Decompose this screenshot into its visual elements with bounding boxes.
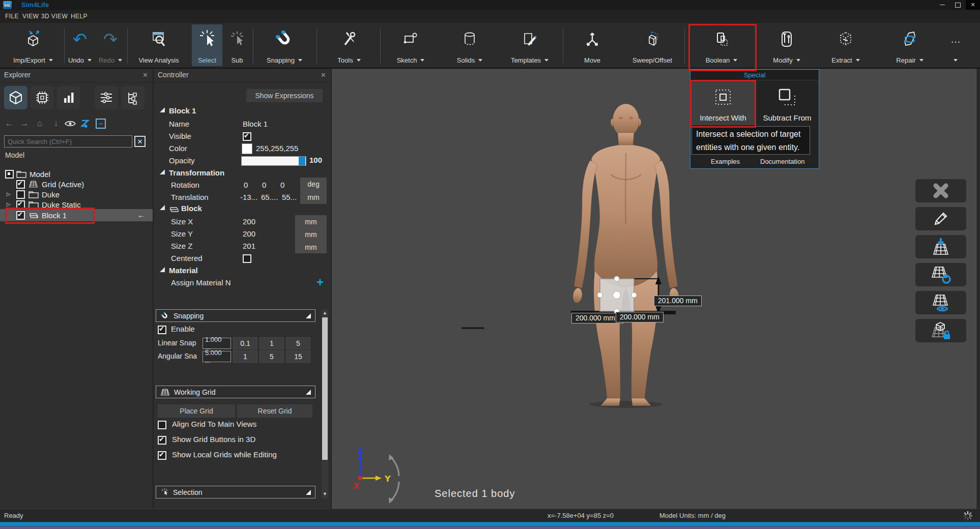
tree-row-grid[interactable]: Grid (Active) (0, 179, 153, 189)
collapse-triangle-icon[interactable] (306, 490, 311, 495)
size-y-value[interactable]: 200 (243, 229, 255, 238)
angular-snap-input[interactable]: 5.000 ... (203, 351, 231, 362)
working-grid-section-header[interactable]: Working Grid (156, 386, 315, 398)
chevron-down-icon[interactable] (88, 59, 92, 62)
show-expressions-button[interactable]: Show Expressions (246, 89, 323, 102)
toolbar-extract[interactable]: Extract (819, 24, 872, 66)
show-local-grids-checkbox[interactable] (158, 451, 166, 460)
toolbar-tools[interactable]: Tools (321, 24, 378, 66)
collapse-triangle-icon[interactable] (160, 107, 165, 112)
place-grid-button[interactable]: Place Grid (158, 404, 235, 418)
rotation-y[interactable]: 0 (262, 181, 266, 189)
name-value[interactable]: Block 1 (243, 120, 268, 128)
linear-snap-input[interactable]: 1.000 ... (203, 338, 231, 349)
collapse-triangle-icon[interactable] (160, 205, 165, 210)
translation-x[interactable]: -13... (240, 193, 257, 201)
explorer-close-icon[interactable]: ✕ (142, 71, 148, 79)
visible-checkbox[interactable] (243, 132, 251, 141)
translation-z[interactable]: 55... (282, 193, 297, 201)
cancel-grid-button[interactable] (915, 179, 966, 202)
tristate-checkbox[interactable] (5, 170, 14, 179)
toolbar-repair[interactable]: Repair (881, 24, 938, 66)
checked-checkbox[interactable] (16, 200, 25, 209)
viewport-3d[interactable]: Z Y X 201.000 mm 200.000 mm 200.000 mm S… (332, 69, 976, 509)
menu-3d-view[interactable]: 3D VIEW (41, 13, 68, 20)
collapse-triangle-icon[interactable] (160, 267, 165, 272)
chevron-down-icon[interactable] (478, 59, 482, 62)
collapse-triangle-icon[interactable] (160, 169, 165, 174)
zoom-to-selection-icon[interactable] (79, 117, 92, 130)
collapse-all-icon[interactable]: – (95, 117, 107, 130)
opacity-slider[interactable] (241, 156, 306, 166)
scrollbar-thumb[interactable] (322, 317, 328, 460)
visibility-eye-icon[interactable] (64, 117, 76, 130)
chevron-down-icon[interactable] (856, 59, 860, 62)
documentation-link[interactable]: Documentation (760, 158, 804, 165)
linear-preset-0.1[interactable]: 0.1 (233, 337, 257, 349)
reset-grid-3d-button[interactable] (915, 263, 966, 286)
menu-file[interactable]: FILE (5, 13, 19, 20)
collapse-triangle-icon[interactable] (306, 390, 311, 395)
edit-grid-button[interactable] (915, 207, 966, 230)
controller-close-icon[interactable]: ✕ (321, 71, 326, 79)
forward-icon[interactable]: → (18, 117, 31, 130)
chevron-down-icon[interactable] (357, 59, 361, 62)
place-grid-3d-button[interactable] (915, 235, 966, 258)
close-button[interactable]: ✕ (966, 0, 980, 10)
toolbar-templates[interactable]: Templates (500, 24, 560, 66)
opacity-slider-handle[interactable] (299, 157, 305, 165)
size-x-value[interactable]: 200 (243, 217, 255, 226)
toolbar-boolean[interactable]: Boolean (690, 24, 753, 66)
rotation-z[interactable]: 0 (280, 181, 284, 189)
tree-row-duke-static[interactable]: ▷ Duke Static (0, 199, 153, 210)
tree-row-duke[interactable]: ▷ Duke (0, 189, 153, 199)
home-icon[interactable]: ⌂ (34, 117, 46, 130)
model-view-button[interactable] (4, 86, 27, 109)
grid-visibility-button[interactable] (915, 291, 966, 314)
scroll-down-icon[interactable]: ▼ (323, 491, 327, 496)
selection-section-header[interactable]: Selection (156, 486, 315, 498)
hierarchy-view-button[interactable] (121, 86, 145, 109)
angular-preset-15[interactable]: 15 (286, 350, 310, 363)
chevron-down-icon[interactable] (733, 59, 737, 62)
toolbar-imp-export[interactable]: Imp/Export (4, 24, 62, 66)
chevron-down-icon[interactable] (49, 59, 53, 62)
snapping-enable-checkbox[interactable] (158, 326, 166, 334)
snapping-section-header[interactable]: Snapping (156, 309, 315, 322)
centered-checkbox[interactable] (243, 254, 251, 263)
toolbar-undo[interactable]: ↶ Undo (65, 24, 95, 66)
examples-link[interactable]: Examples (711, 158, 740, 165)
chevron-down-icon[interactable] (118, 59, 122, 62)
angular-preset-1[interactable]: 1 (233, 350, 257, 363)
toolbar-sweep-offset[interactable]: Sweep/Offset (622, 24, 683, 66)
linear-preset-5[interactable]: 5 (286, 337, 310, 349)
toolbar-sub[interactable]: Sub (224, 24, 250, 66)
chevron-down-icon[interactable] (954, 59, 958, 62)
add-material-icon[interactable]: + (316, 275, 324, 289)
translation-y[interactable]: 65.... (261, 193, 278, 201)
toolbar-snapping[interactable]: Snapping (255, 24, 313, 66)
goto-entity-arrow-icon[interactable]: ← (137, 211, 145, 219)
toolbar-redo[interactable]: ↷ Redo (96, 24, 125, 66)
checked-checkbox[interactable] (16, 180, 25, 189)
toolbar-solids[interactable]: Solids (444, 24, 496, 66)
down-arrow-icon[interactable]: ↓ (50, 117, 62, 130)
tree-row-model[interactable]: Model (0, 169, 153, 179)
color-swatch[interactable] (242, 143, 252, 154)
chevron-down-icon[interactable] (919, 59, 924, 62)
show-grid-buttons-checkbox[interactable] (158, 436, 166, 445)
maximize-button[interactable] (950, 0, 965, 10)
reset-grid-button[interactable]: Reset Grid (237, 404, 312, 418)
checked-checkbox[interactable] (16, 211, 25, 220)
back-icon[interactable]: ← (3, 117, 15, 130)
toolbar-sketch[interactable]: Sketch (384, 24, 438, 66)
expander-icon[interactable]: ▷ (7, 191, 11, 197)
rotation-x[interactable]: 0 (244, 181, 248, 189)
minimize-button[interactable] (935, 0, 949, 10)
size-z-value[interactable]: 201 (243, 242, 255, 250)
chevron-down-icon[interactable] (298, 59, 302, 62)
toolbar-overflow[interactable]: … (940, 24, 971, 66)
simulation-view-button[interactable] (31, 86, 54, 109)
expander-icon[interactable]: ▷ (7, 201, 11, 207)
scroll-up-icon[interactable]: ▲ (323, 310, 327, 315)
